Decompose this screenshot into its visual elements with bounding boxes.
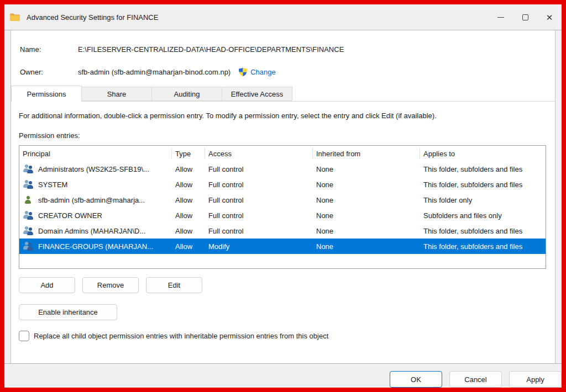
column-header-access[interactable]: Access: [205, 148, 313, 159]
title-bar: Advanced Security Settings for FINANCE ✕: [4, 4, 562, 30]
cell-principal: Administrators (WS2K25-SFB19\...: [38, 165, 149, 173]
permissions-tab-page: For additional information, double-click…: [11, 101, 555, 363]
folder-icon: [9, 13, 20, 22]
owner-label: Owner:: [20, 68, 78, 76]
client-area: Name: E:\FILESERVER-CENTRALIZED-DATA\HEA…: [4, 30, 562, 363]
apply-button[interactable]: Apply: [509, 371, 562, 388]
cell-access: Full control: [205, 227, 313, 235]
remove-button[interactable]: Remove: [82, 277, 139, 293]
group-icon: [23, 211, 36, 220]
table-row-selected[interactable]: FINANCE-GROUPS (MAHARJAN... Allow Modify…: [19, 239, 546, 254]
table-row[interactable]: Administrators (WS2K25-SFB19\... Allow F…: [19, 161, 546, 177]
minimize-button[interactable]: [489, 4, 513, 30]
cancel-button[interactable]: Cancel: [449, 371, 502, 388]
tab-effective-access[interactable]: Effective Access: [222, 87, 292, 101]
maximize-button[interactable]: [513, 4, 537, 30]
replace-permissions-label: Replace all child object permission entr…: [34, 332, 328, 340]
cell-principal: sfb-admin (sfb-admin@maharja...: [38, 196, 145, 204]
cell-access: Modify: [205, 242, 313, 251]
column-header-principal[interactable]: Principal: [19, 148, 172, 159]
name-row: Name: E:\FILESERVER-CENTRALIZED-DATA\HEA…: [20, 45, 546, 54]
cell-inherited-from: None: [313, 211, 420, 220]
table-row[interactable]: sfb-admin (sfb-admin@maharja... Allow Fu…: [19, 192, 546, 208]
group-icon: [23, 180, 36, 189]
name-value: E:\FILESERVER-CENTRALIZED-DATA\HEAD-OFFI…: [78, 45, 344, 54]
close-button[interactable]: ✕: [537, 4, 562, 30]
cell-applies-to: This folder, subfolders and files: [420, 181, 546, 189]
content-panel: Name: E:\FILESERVER-CENTRALIZED-DATA\HEA…: [11, 30, 555, 363]
cell-type: Allow: [172, 211, 205, 220]
add-button[interactable]: Add: [19, 277, 75, 293]
ok-button[interactable]: OK: [390, 371, 442, 388]
close-icon: ✕: [546, 13, 553, 22]
cell-inherited-from: None: [313, 242, 420, 251]
cell-principal: SYSTEM: [38, 181, 67, 189]
column-header-applies-to[interactable]: Applies to: [420, 148, 546, 159]
cell-inherited-from: None: [313, 227, 420, 235]
table-row[interactable]: CREATOR OWNER Allow Full control None Su…: [19, 208, 546, 223]
entry-actions: Add Remove Edit: [19, 277, 546, 293]
column-header-inherited-from[interactable]: Inherited from: [313, 148, 420, 159]
group-icon: [23, 165, 36, 173]
cell-inherited-from: None: [313, 196, 420, 204]
cell-principal: FINANCE-GROUPS (MAHARJAN...: [38, 242, 153, 251]
tab-auditing[interactable]: Auditing: [151, 87, 222, 101]
cell-type: Allow: [172, 242, 205, 251]
user-icon: [23, 195, 36, 204]
cell-access: Full control: [205, 181, 313, 189]
table-row[interactable]: SYSTEM Allow Full control None This fold…: [19, 177, 546, 192]
cell-type: Allow: [172, 165, 205, 173]
name-label: Name:: [20, 45, 78, 54]
cell-type: Allow: [172, 227, 205, 235]
cell-inherited-from: None: [313, 181, 420, 189]
owner-value: sfb-admin (sfb-admin@maharjan-binod.com.…: [78, 68, 230, 76]
tab-permissions[interactable]: Permissions: [11, 86, 82, 102]
replace-permissions-checkbox[interactable]: [19, 331, 29, 341]
column-header-type[interactable]: Type: [172, 148, 205, 159]
table-row[interactable]: Domain Admins (MAHARJAN\D... Allow Full …: [19, 223, 546, 239]
table-header-row: Principal Type Access Inherited from App…: [19, 146, 546, 161]
cell-access: Full control: [205, 211, 313, 220]
group-icon: [23, 226, 36, 235]
object-meta: Name: E:\FILESERVER-CENTRALIZED-DATA\HEA…: [11, 30, 555, 77]
change-owner-link[interactable]: Change: [250, 68, 276, 76]
cell-applies-to: This folder only: [420, 196, 546, 204]
window-title: Advanced Security Settings for FINANCE: [27, 13, 158, 22]
cell-applies-to: Subfolders and files only: [420, 211, 546, 220]
cell-type: Allow: [172, 181, 205, 189]
cell-principal: CREATOR OWNER: [38, 211, 102, 220]
cell-inherited-from: None: [313, 165, 420, 173]
replace-permissions-row: Replace all child object permission entr…: [19, 331, 546, 341]
advanced-security-settings-dialog: Advanced Security Settings for FINANCE ✕…: [4, 4, 562, 388]
permission-entries-label: Permission entries:: [19, 131, 546, 140]
minimize-icon: [497, 17, 504, 18]
cell-type: Allow: [172, 196, 205, 204]
uac-shield-icon: [238, 67, 248, 77]
cell-access: Full control: [205, 165, 313, 173]
tab-strip: Permissions Share Auditing Effective Acc…: [11, 86, 555, 101]
enable-inheritance-button[interactable]: Enable inheritance: [19, 304, 117, 320]
edit-button[interactable]: Edit: [146, 277, 202, 293]
cell-access: Full control: [205, 196, 313, 204]
group-icon: [23, 242, 36, 251]
owner-row: Owner: sfb-admin (sfb-admin@maharjan-bin…: [20, 67, 546, 77]
instruction-text: For additional information, double-click…: [19, 112, 546, 120]
cell-principal: Domain Admins (MAHARJAN\D...: [38, 227, 145, 235]
permission-entries-table: Principal Type Access Inherited from App…: [19, 145, 546, 269]
tab-share[interactable]: Share: [81, 87, 152, 101]
cell-applies-to: This folder, subfolders and files: [420, 165, 546, 173]
cell-applies-to: This folder, subfolders and files: [420, 242, 546, 251]
dialog-footer: OK Cancel Apply: [4, 363, 562, 388]
cell-applies-to: This folder, subfolders and files: [420, 227, 546, 235]
maximize-icon: [522, 14, 528, 20]
